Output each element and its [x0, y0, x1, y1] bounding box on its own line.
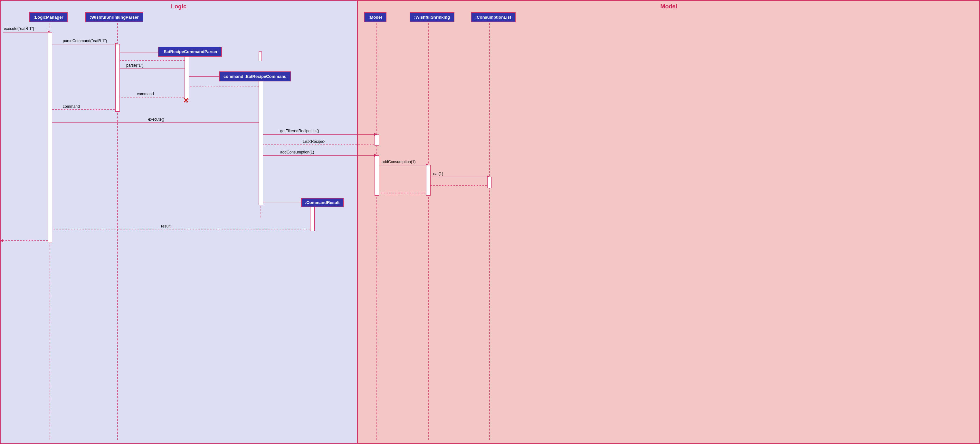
msg-parse-command: parseCommand("eatR 1")	[63, 39, 107, 43]
msg-execute: execute()	[148, 117, 164, 122]
cl-box: :ConsumptionList	[471, 12, 515, 22]
msg-add-consumption-2: addConsumption(1)	[382, 160, 415, 164]
msg-get-recipe: getFilteredRecipeList()	[280, 129, 319, 133]
msg-command-2: command	[63, 104, 80, 109]
erc-small	[259, 51, 262, 61]
ws-activation	[426, 165, 431, 196]
msg-list-recipe: List<Recipe>	[303, 139, 325, 144]
wsp-activation	[115, 44, 120, 112]
msg-parse: parse("1")	[126, 63, 143, 68]
erc-box: command :EatRecipeCommand	[219, 71, 291, 81]
model-box: :Model	[364, 12, 387, 22]
ercp-box: :EatRecipeCommandParser	[158, 47, 222, 57]
ws-box: :WishfulShrinking	[410, 12, 454, 22]
ercp-activation	[185, 52, 189, 100]
model-activation-1	[375, 135, 379, 146]
wsp-box: :WishfulShrinkingParser	[85, 12, 143, 22]
arrows-svg	[0, 0, 980, 444]
msg-add-consumption-1: addConsumption(1)	[280, 150, 314, 154]
svg-marker-46	[0, 239, 3, 242]
msg-command-1: command	[137, 92, 154, 96]
msg-result: result	[161, 224, 170, 228]
msg-eat: eat(1)	[433, 171, 443, 176]
erc-activation	[259, 76, 263, 205]
sequence-diagram: Logic Model	[0, 0, 980, 444]
cl-activation	[487, 177, 492, 188]
msg-execute-input: execute("eatR 1")	[4, 26, 34, 31]
ercp-destroy: ✕	[183, 97, 189, 105]
lm-box: :LogicManager	[29, 12, 68, 22]
model-activation-2	[375, 155, 379, 196]
lm-activation	[48, 32, 52, 243]
cr-box: :CommandResult	[301, 198, 344, 207]
